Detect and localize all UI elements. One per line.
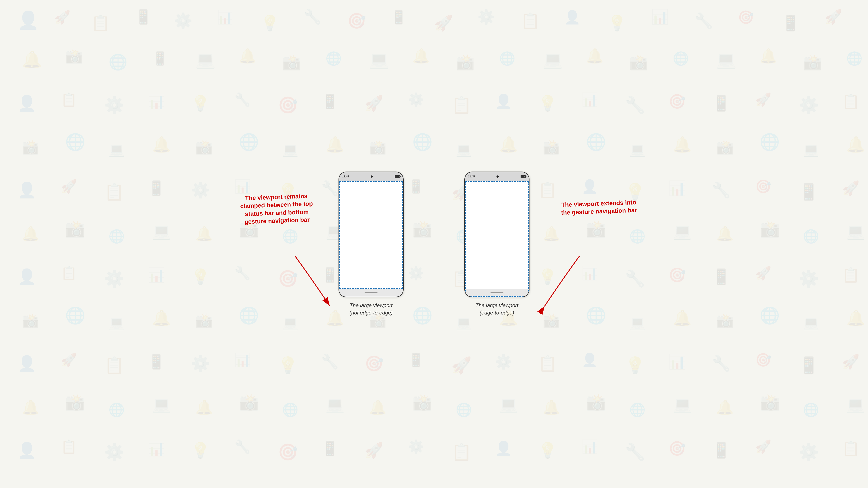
phone-left-nav-bar bbox=[339, 289, 403, 297]
phone-right: 11:45 bbox=[464, 171, 529, 297]
diagram-container: The viewport remains clamped between the… bbox=[339, 171, 529, 316]
phone-right-nav-bar bbox=[465, 289, 529, 297]
phone-right-label: The large viewport (edge-to-edge) bbox=[475, 302, 518, 316]
phone-right-body bbox=[465, 181, 529, 289]
phone-left-label: The large viewport (not edge-to-edge) bbox=[349, 302, 393, 316]
annotation-right: The viewport extends into the gesture na… bbox=[560, 198, 638, 217]
phone-right-gesture-line bbox=[490, 292, 503, 293]
annotation-left-text: The viewport remains clamped between the… bbox=[240, 193, 313, 225]
phone-right-status-bar: 11:45 bbox=[465, 172, 529, 181]
annotation-left: The viewport remains clamped between the… bbox=[238, 192, 315, 226]
phone-left-battery-fill bbox=[395, 176, 399, 177]
arrow-right bbox=[523, 254, 636, 319]
phone-right-battery-fill bbox=[521, 176, 525, 177]
phone-right-battery bbox=[521, 175, 526, 178]
phone-right-time: 11:45 bbox=[468, 175, 475, 178]
phone-left-status-bar: 11:45 bbox=[339, 172, 403, 181]
phone-left-gesture-line bbox=[365, 292, 378, 293]
arrow-left bbox=[239, 254, 347, 319]
phone-left: 11:45 bbox=[339, 171, 404, 297]
phone-left-camera bbox=[371, 175, 373, 177]
phone-left-body bbox=[339, 181, 403, 289]
main-content: The viewport remains clamped between the… bbox=[0, 0, 868, 488]
phone-left-time: 11:45 bbox=[342, 175, 349, 178]
phone-left-wrapper: The viewport remains clamped between the… bbox=[339, 171, 404, 316]
phone-left-battery bbox=[395, 175, 400, 178]
phone-right-wrapper: The viewport extends into the gesture na… bbox=[464, 171, 529, 316]
phone-right-camera bbox=[496, 175, 499, 177]
annotation-right-text: The viewport extends into the gesture na… bbox=[561, 199, 637, 216]
